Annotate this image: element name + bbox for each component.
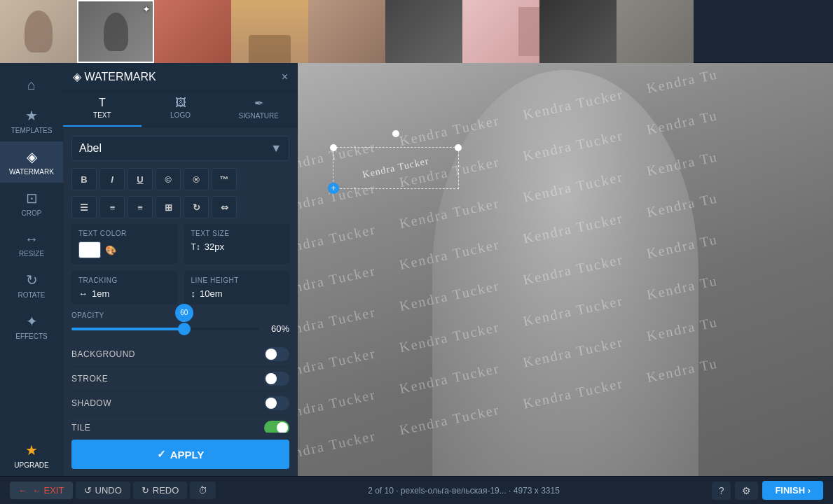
tracking-icon: ↔ bbox=[78, 288, 88, 299]
templates-icon: ★ bbox=[25, 107, 38, 124]
thumb-2[interactable]: ✦ bbox=[77, 0, 154, 63]
apply-checkmark: ✓ bbox=[157, 448, 166, 461]
registered-icon: ® bbox=[193, 174, 200, 185]
thumb-8[interactable] bbox=[539, 0, 617, 63]
thumb-4[interactable] bbox=[231, 0, 308, 63]
opacity-slider-wrap: 60 60% bbox=[71, 323, 289, 334]
italic-icon: I bbox=[111, 174, 113, 185]
text-settings-grid: TEXT COLOR 🎨 TEXT SIZE T↕ bbox=[71, 224, 289, 264]
left-sidebar: ⌂ ★ TEMPLATES ◈ WATERMARK ⊡ CROP ↔ RESIZ… bbox=[0, 63, 63, 476]
tab-logo[interactable]: 🖼 LOGO bbox=[142, 91, 220, 127]
help-icon: ? bbox=[719, 485, 724, 496]
lineheight-value: ↕ 10em bbox=[191, 288, 283, 299]
font-dropdown-arrow: ▼ bbox=[270, 142, 282, 155]
format-buttons-row1: B I U © ® ™ bbox=[71, 168, 289, 190]
italic-button[interactable]: I bbox=[99, 168, 125, 190]
sidebar-label-rotate: ROTATE bbox=[18, 291, 45, 299]
finish-label: FINISH › bbox=[775, 485, 811, 496]
upgrade-icon: ★ bbox=[25, 442, 38, 458]
shadow-label: SHADOW bbox=[71, 398, 111, 408]
thumb-7[interactable] bbox=[462, 0, 539, 63]
text-color-value: 🎨 bbox=[78, 241, 170, 258]
tile-toggle[interactable] bbox=[264, 421, 289, 433]
settings-button[interactable]: ⚙ bbox=[735, 482, 758, 500]
tab-logo-icon: 🖼 bbox=[175, 97, 186, 109]
watermark-text-grid: Kendra Tucker Kendra Tucker Kendra Tucke… bbox=[298, 63, 833, 476]
align-right-icon: ≡ bbox=[137, 202, 143, 213]
thumb-6[interactable] bbox=[385, 0, 462, 63]
font-name: Abel bbox=[79, 142, 102, 155]
sidebar-item-templates[interactable]: ★ TEMPLATES bbox=[0, 100, 63, 141]
shrink-button[interactable]: ⊞ bbox=[156, 196, 181, 218]
lineheight-label: LINE HEIGHT bbox=[191, 276, 283, 284]
sidebar-item-home[interactable]: ⌂ bbox=[0, 70, 63, 100]
registered-button[interactable]: ® bbox=[184, 168, 209, 190]
redo-button[interactable]: ↻ REDO bbox=[133, 482, 188, 499]
help-button[interactable]: ? bbox=[712, 482, 731, 500]
history-button[interactable]: ⏱ bbox=[190, 482, 216, 499]
underline-button[interactable]: U bbox=[128, 168, 153, 190]
finish-button[interactable]: FINISH › bbox=[762, 481, 823, 500]
copyright-button[interactable]: © bbox=[156, 168, 181, 190]
background-toggle-row: BACKGROUND bbox=[71, 342, 289, 367]
panel-tabs: T TEXT 🖼 LOGO ✒ SIGNATURE bbox=[63, 91, 298, 127]
tab-text[interactable]: T TEXT bbox=[63, 91, 142, 127]
tracking-lineheight-grid: TRACKING ↔ 1em LINE HEIGHT ↕ 10em bbox=[71, 271, 289, 304]
sidebar-item-effects[interactable]: ✦ EFFECTS bbox=[0, 306, 63, 347]
panel-close-button[interactable]: × bbox=[282, 71, 288, 83]
color-picker-icon[interactable]: 🎨 bbox=[105, 245, 116, 255]
font-selector[interactable]: Abel ▼ bbox=[71, 136, 289, 161]
background-label: BACKGROUND bbox=[71, 349, 135, 359]
thumb-3[interactable] bbox=[154, 0, 231, 63]
text-color-swatch[interactable] bbox=[78, 241, 101, 258]
sidebar-item-rotate[interactable]: ↻ ROTATE bbox=[0, 265, 63, 306]
sidebar-label-watermark: WATERMARK bbox=[9, 168, 54, 176]
shadow-toggle-row: SHADOW bbox=[71, 391, 289, 416]
bottom-bar-center: 2 of 10 · pexels-ольга-вельская-19... · … bbox=[368, 486, 560, 496]
text-size-label: TEXT SIZE bbox=[191, 230, 283, 237]
copyright-icon: © bbox=[165, 174, 172, 185]
tab-signature[interactable]: ✒ SIGNATURE bbox=[219, 91, 298, 127]
bold-button[interactable]: B bbox=[71, 168, 97, 190]
panel-content: Abel ▼ B I U © ® ™ ☰ ≡ ≡ ⊞ ↻ ⇔ bbox=[63, 127, 298, 433]
sidebar-label-effects: EFFECTS bbox=[15, 332, 48, 340]
rotate-cw-button[interactable]: ↻ bbox=[184, 196, 209, 218]
background-toggle[interactable] bbox=[264, 347, 289, 361]
text-size-box: TEXT SIZE T↕ bbox=[184, 224, 290, 264]
opacity-display: 60% bbox=[265, 323, 289, 334]
tm-button[interactable]: ™ bbox=[212, 168, 237, 190]
exit-button[interactable]: ← ← EXIT bbox=[10, 482, 73, 499]
flip-button[interactable]: ⇔ bbox=[212, 196, 237, 218]
align-left-button[interactable]: ☰ bbox=[71, 196, 97, 218]
sidebar-item-watermark[interactable]: ◈ WATERMARK bbox=[0, 141, 63, 183]
bold-icon: B bbox=[81, 174, 87, 185]
panel-bottom: ✓ APPLY bbox=[63, 433, 298, 476]
thumb-1[interactable] bbox=[0, 0, 77, 63]
text-size-input[interactable] bbox=[205, 241, 240, 252]
thumb-5[interactable] bbox=[308, 0, 385, 63]
watermark-icon: ◈ bbox=[27, 148, 37, 165]
rotate-handle[interactable] bbox=[392, 130, 399, 137]
sidebar-item-upgrade[interactable]: ★ UPGRADE bbox=[0, 435, 63, 476]
opacity-row: OPACITY 60 60% bbox=[71, 312, 289, 334]
text-color-box: TEXT COLOR 🎨 bbox=[71, 224, 177, 264]
sidebar-label-upgrade: UPGRADE bbox=[14, 461, 48, 469]
opacity-slider-track[interactable]: 60 bbox=[71, 328, 259, 330]
handle-top-left[interactable] bbox=[330, 144, 337, 151]
align-right-button[interactable]: ≡ bbox=[128, 196, 153, 218]
undo-icon: ↺ bbox=[84, 485, 92, 496]
undo-button[interactable]: ↺ UNDO bbox=[76, 482, 130, 499]
text-size-value: T↕ bbox=[191, 241, 283, 252]
align-center-button[interactable]: ≡ bbox=[99, 196, 125, 218]
watermark-handle-box[interactable]: Kendra Tucker + bbox=[333, 147, 459, 189]
opacity-slider-thumb[interactable] bbox=[178, 323, 191, 335]
sidebar-item-crop[interactable]: ⊡ CROP bbox=[0, 183, 63, 224]
sidebar-item-resize[interactable]: ↔ RESIZE bbox=[0, 224, 63, 265]
lineheight-box: LINE HEIGHT ↕ 10em bbox=[184, 271, 290, 304]
apply-button[interactable]: ✓ APPLY bbox=[71, 440, 289, 469]
flip-icon: ⇔ bbox=[221, 202, 228, 213]
thumb-9[interactable] bbox=[617, 0, 694, 63]
add-handle[interactable]: + bbox=[328, 183, 339, 194]
shadow-toggle[interactable] bbox=[264, 396, 289, 410]
stroke-toggle[interactable] bbox=[264, 372, 289, 386]
